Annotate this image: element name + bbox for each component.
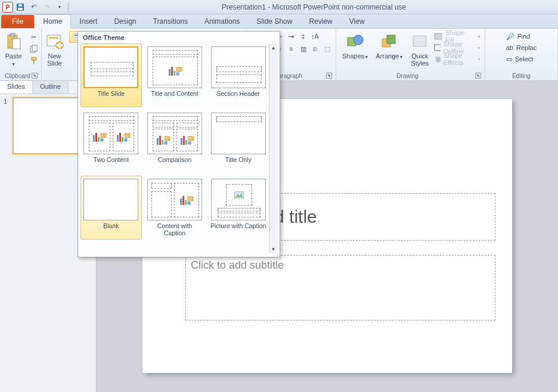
svg-rect-18 <box>75 36 77 39</box>
layout-option[interactable]: Title Only <box>207 110 269 173</box>
smartart-icon[interactable]: ⬚ <box>322 43 333 54</box>
panel-tab-slides[interactable]: Slides <box>0 81 33 94</box>
clipboard-launcher-icon[interactable]: ⬊ <box>32 73 38 79</box>
justify-icon[interactable]: ≡ <box>286 43 297 54</box>
svg-rect-56 <box>185 200 187 205</box>
new-slide-button[interactable]: New Slide <box>43 31 67 68</box>
qat-dropdown-icon[interactable]: ▼ <box>54 1 66 13</box>
svg-rect-9 <box>33 60 35 64</box>
paragraph-launcher-icon[interactable]: ⬊ <box>326 73 332 79</box>
scroll-down-icon[interactable]: ▼ <box>269 245 277 253</box>
layout-option[interactable]: Title and Content <box>144 43 206 107</box>
align-text-icon[interactable]: ⎚ <box>310 43 321 54</box>
svg-rect-4 <box>10 33 15 36</box>
clipboard-group-label: Clipboard <box>5 73 30 79</box>
svg-rect-7 <box>32 45 37 51</box>
svg-point-33 <box>176 72 179 76</box>
group-editing: 🔎Find abReplac ▭Select Editing <box>485 29 558 80</box>
svg-rect-11 <box>49 37 58 39</box>
svg-point-48 <box>164 141 168 145</box>
cut-icon[interactable]: ✂ <box>28 31 40 43</box>
tab-insert[interactable]: Insert <box>71 15 106 28</box>
svg-point-21 <box>354 35 363 45</box>
layout-option-label: Content with Caption <box>146 222 204 237</box>
tab-slideshow[interactable]: Slide Show <box>248 15 300 28</box>
svg-point-38 <box>100 138 104 142</box>
svg-rect-2 <box>18 4 22 7</box>
paste-label: Paste <box>5 52 21 60</box>
panel-tab-outline[interactable]: Outline <box>33 81 69 94</box>
layout-option[interactable]: Blank <box>80 176 142 239</box>
columns-icon[interactable]: ▥ <box>298 43 309 54</box>
gallery-scrollbar[interactable]: ▲ ▼ <box>269 43 277 253</box>
layout-option-label: Picture with Caption <box>210 222 266 237</box>
file-tab[interactable]: File <box>1 15 34 28</box>
arrange-button[interactable]: Arrange▼ <box>373 31 405 62</box>
quickstyles-button[interactable]: Quick Styles <box>408 31 432 68</box>
tab-design[interactable]: Design <box>106 15 144 28</box>
subtitle-placeholder[interactable]: Click to add subtitle <box>185 255 495 321</box>
layout-option[interactable]: Comparison <box>144 110 206 173</box>
svg-point-43 <box>124 138 128 142</box>
scroll-up-icon[interactable]: ▲ <box>269 43 277 52</box>
svg-rect-36 <box>98 137 100 142</box>
window-title: Presentation1 - Microsoft PowerPoint non… <box>70 3 558 11</box>
svg-rect-39 <box>117 135 119 142</box>
find-button[interactable]: 🔎Find <box>505 31 538 42</box>
layout-option[interactable]: Picture with Caption <box>207 176 269 239</box>
app-icon[interactable]: P <box>2 2 13 13</box>
arrange-label: Arrange <box>376 52 399 60</box>
layout-option-label: Two Content <box>94 156 129 170</box>
format-painter-icon[interactable] <box>28 55 40 67</box>
binoculars-icon: 🔎 <box>506 33 514 41</box>
drawing-launcher-icon[interactable]: ⬊ <box>475 73 481 79</box>
layout-option[interactable]: Content with Caption <box>144 176 206 239</box>
undo-icon[interactable]: ↶ <box>27 1 39 13</box>
replace-icon: ab <box>506 44 513 51</box>
svg-rect-49 <box>181 138 182 145</box>
svg-rect-42 <box>125 133 130 138</box>
tab-transitions[interactable]: Transitions <box>145 15 196 28</box>
shape-effects-button[interactable]: Shape Effects▼ <box>434 54 481 64</box>
title-bar: P ↶ ↷ ▼ Presentation1 - Microsoft PowerP… <box>0 0 558 14</box>
redo-icon[interactable]: ↷ <box>41 1 52 13</box>
layout-option[interactable]: Title Slide <box>80 43 142 107</box>
svg-rect-26 <box>435 45 440 51</box>
svg-rect-37 <box>101 133 106 138</box>
text-dir-icon[interactable]: ↕A <box>310 31 321 42</box>
save-icon[interactable] <box>14 1 26 13</box>
ribbon-tabs: File Home Insert Design Transitions Anim… <box>0 14 558 29</box>
layout-option[interactable]: Two Content <box>80 110 142 173</box>
tab-view[interactable]: View <box>341 15 373 28</box>
ribbon: Paste▼ ✂ Clipboard⬊ New Slide Layout ▼ <box>0 29 558 81</box>
svg-point-53 <box>188 141 191 145</box>
tab-animations[interactable]: Animations <box>196 15 248 28</box>
inc-indent-icon[interactable]: ⇥ <box>286 31 297 42</box>
new-slide-label: New Slide <box>47 52 61 67</box>
shapes-button[interactable]: Shapes▼ <box>340 31 371 62</box>
svg-point-58 <box>187 201 191 205</box>
tab-home[interactable]: Home <box>34 14 71 29</box>
layout-option-label: Section Header <box>216 90 259 104</box>
svg-rect-30 <box>171 67 173 76</box>
group-drawing: Shapes▼ Arrange▼ Quick Styles Shape Fill… <box>336 29 485 80</box>
svg-rect-35 <box>95 133 97 142</box>
svg-rect-5 <box>13 39 20 49</box>
svg-rect-32 <box>176 67 182 71</box>
svg-rect-44 <box>157 138 159 145</box>
copy-icon[interactable] <box>28 43 40 55</box>
quickstyles-label: Quick Styles <box>411 52 429 67</box>
thumb-number: 1 <box>4 98 10 105</box>
tab-review[interactable]: Review <box>300 15 340 28</box>
line-spacing-icon[interactable]: ‡ <box>298 31 309 42</box>
svg-rect-46 <box>162 140 163 145</box>
paste-button[interactable]: Paste▼ <box>2 31 26 69</box>
group-clipboard: Paste▼ ✂ Clipboard⬊ <box>0 29 42 80</box>
layout-gallery: Office Theme Title SlideTitle and Conten… <box>78 31 280 257</box>
layout-option[interactable]: Section Header <box>207 43 269 107</box>
replace-button[interactable]: abReplac <box>505 42 538 53</box>
select-button[interactable]: ▭Select <box>505 54 538 64</box>
svg-rect-52 <box>188 136 194 141</box>
layout-option-label: Title Only <box>225 156 252 170</box>
svg-rect-31 <box>173 71 175 76</box>
